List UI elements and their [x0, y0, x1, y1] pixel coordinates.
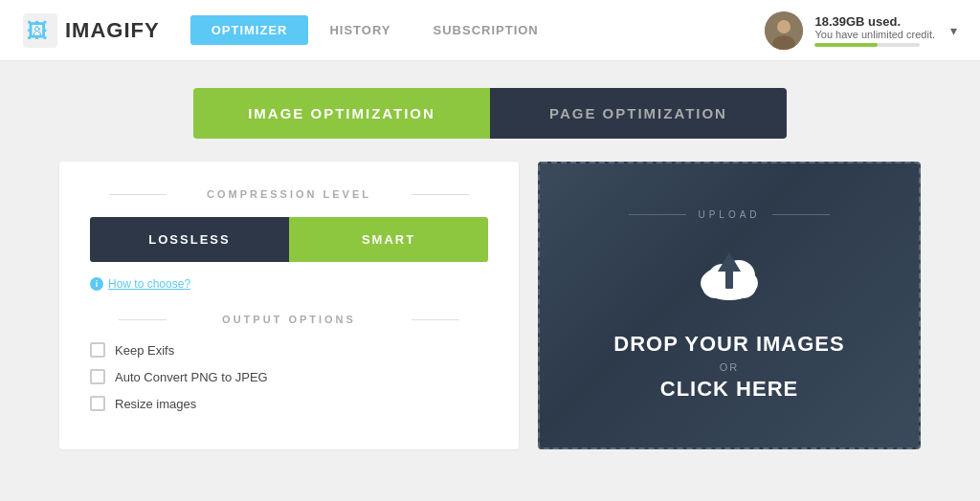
- left-panel: COMPRESSION LEVEL LOSSLESS SMART i How t…: [59, 162, 519, 449]
- logo-icon: 🖼: [23, 13, 57, 48]
- content-area: COMPRESSION LEVEL LOSSLESS SMART i How t…: [59, 162, 921, 449]
- smart-button[interactable]: SMART: [289, 217, 488, 262]
- resize-images-label: Resize images: [115, 397, 196, 411]
- nav-history[interactable]: HISTORY: [308, 15, 412, 45]
- tab-page-optimization[interactable]: PAGE OPTIMIZATION: [490, 88, 787, 139]
- keep-exifs-checkbox[interactable]: [90, 342, 105, 358]
- nav-subscription[interactable]: SUBSCRIPTION: [412, 15, 560, 45]
- how-to-choose-text: How to choose?: [108, 277, 190, 291]
- auto-convert-label: Auto Convert PNG to JPEG: [115, 370, 268, 384]
- tab-image-optimization[interactable]: IMAGE OPTIMIZATION: [193, 88, 490, 139]
- main-content: IMAGE OPTIMIZATION PAGE OPTIMIZATION COM…: [0, 61, 980, 468]
- header-right: 18.39GB used. You have unlimited credit.…: [765, 11, 957, 50]
- keep-exifs-label: Keep Exifs: [115, 343, 174, 358]
- credit-text: You have unlimited credit.: [814, 29, 935, 40]
- logo-text: IMAGIFY: [65, 18, 160, 43]
- upload-label: UPLOAD: [629, 209, 829, 220]
- info-icon: i: [90, 277, 103, 291]
- svg-rect-10: [725, 270, 733, 289]
- upload-panel[interactable]: UPLOAD DROP YOUR IMAGES OR CLICK HERE: [538, 162, 921, 449]
- header: 🖼 IMAGIFY OPTIMIZER HISTORY SUBSCRIPTION…: [0, 0, 980, 61]
- auto-convert-option[interactable]: Auto Convert PNG to JPEG: [90, 369, 488, 384]
- resize-images-option[interactable]: Resize images: [90, 396, 488, 411]
- how-to-choose-link[interactable]: i How to choose?: [90, 277, 488, 291]
- click-here-text: CLICK HERE: [660, 377, 798, 402]
- nav-optimizer[interactable]: OPTIMIZER: [190, 15, 309, 45]
- usage-text: 18.39GB used.: [814, 14, 901, 29]
- output-section-title: OUTPUT OPTIONS: [90, 314, 488, 325]
- auto-convert-checkbox[interactable]: [90, 369, 105, 384]
- resize-images-checkbox[interactable]: [90, 396, 105, 411]
- usage-bar: [814, 43, 920, 47]
- chevron-down-icon[interactable]: ▾: [950, 23, 957, 38]
- avatar: [765, 11, 803, 50]
- keep-exifs-option[interactable]: Keep Exifs: [90, 342, 488, 358]
- svg-text:🖼: 🖼: [27, 19, 48, 43]
- cloud-upload-icon: [691, 243, 768, 312]
- tab-switcher: IMAGE OPTIMIZATION PAGE OPTIMIZATION: [193, 88, 787, 139]
- compression-toggle: LOSSLESS SMART: [90, 217, 488, 262]
- compression-section-title: COMPRESSION LEVEL: [90, 188, 488, 200]
- user-info: 18.39GB used. You have unlimited credit.: [814, 14, 935, 47]
- usage-bar-fill: [814, 43, 878, 47]
- logo-area: 🖼 IMAGIFY: [23, 13, 160, 48]
- svg-point-3: [777, 20, 791, 33]
- drop-text: DROP YOUR IMAGES: [613, 331, 844, 359]
- main-nav: OPTIMIZER HISTORY SUBSCRIPTION: [190, 15, 560, 45]
- lossless-button[interactable]: LOSSLESS: [90, 217, 289, 262]
- or-text: OR: [720, 361, 740, 373]
